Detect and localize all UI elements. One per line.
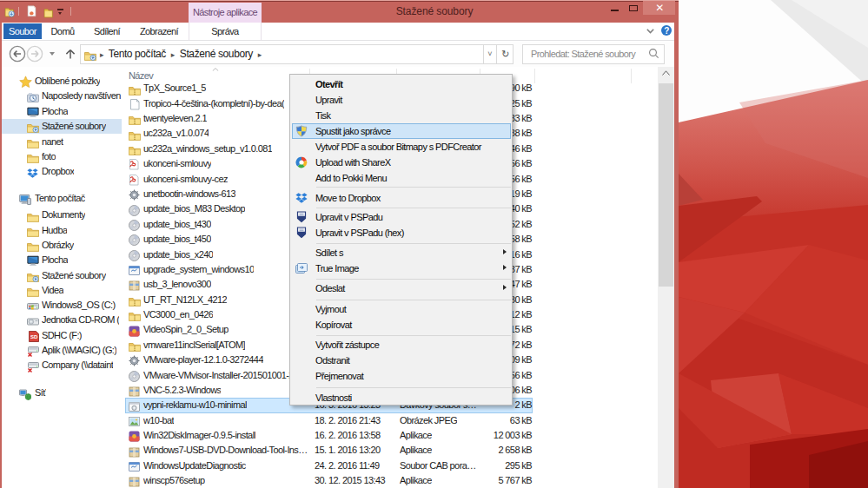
svg-text:SD: SD [30,334,38,340]
